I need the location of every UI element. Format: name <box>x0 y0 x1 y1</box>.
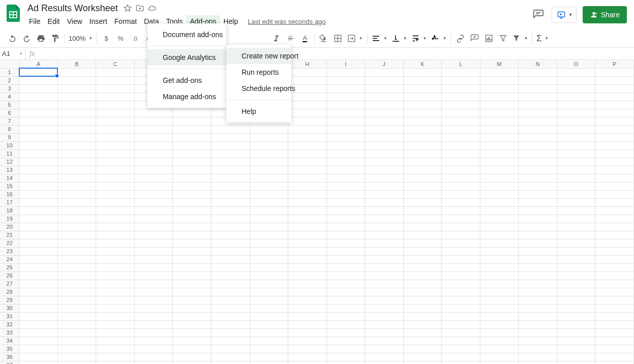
row-header-29[interactable]: 29 <box>0 296 19 304</box>
cell-L5[interactable] <box>442 101 480 109</box>
cell-B10[interactable] <box>57 141 96 149</box>
cell-C19[interactable] <box>96 215 135 223</box>
cell-O37[interactable] <box>557 361 595 364</box>
cell-M28[interactable] <box>480 288 519 296</box>
cell-N22[interactable] <box>519 239 557 247</box>
cell-N33[interactable] <box>519 328 557 337</box>
formula-input[interactable] <box>39 48 634 59</box>
cell-E36[interactable] <box>173 353 212 361</box>
cell-K22[interactable] <box>403 239 442 247</box>
cell-I3[interactable] <box>326 84 365 93</box>
cell-F26[interactable] <box>211 271 250 280</box>
cell-O1[interactable] <box>557 68 595 76</box>
cell-E6[interactable] <box>173 109 212 117</box>
cell-B8[interactable] <box>57 125 96 133</box>
cell-L22[interactable] <box>442 239 480 247</box>
cell-L2[interactable] <box>442 76 480 84</box>
cell-G37[interactable] <box>250 361 288 364</box>
cell-J30[interactable] <box>365 304 404 312</box>
cell-J14[interactable] <box>365 174 404 182</box>
cell-O23[interactable] <box>557 247 595 255</box>
cell-H11[interactable] <box>288 149 327 158</box>
cell-O20[interactable] <box>557 223 595 231</box>
cell-N37[interactable] <box>519 361 557 364</box>
cell-J21[interactable] <box>365 231 404 239</box>
cell-E18[interactable] <box>173 206 212 215</box>
cell-E31[interactable] <box>173 312 212 320</box>
text-rotation-button[interactable]: ▼ <box>429 34 448 43</box>
menu-google-analytics[interactable]: Google Analytics ▶ <box>147 49 226 66</box>
cell-M10[interactable] <box>480 141 519 149</box>
cell-P23[interactable] <box>595 247 634 255</box>
cell-O19[interactable] <box>557 215 595 223</box>
cell-I36[interactable] <box>326 353 365 361</box>
cell-C5[interactable] <box>96 101 135 109</box>
menu-file[interactable]: File <box>25 15 44 27</box>
cell-O9[interactable] <box>557 133 595 141</box>
row-header-37[interactable]: 37 <box>0 361 19 364</box>
cell-I31[interactable] <box>326 312 365 320</box>
cell-P27[interactable] <box>595 280 634 288</box>
cell-P9[interactable] <box>595 133 634 141</box>
cell-C18[interactable] <box>96 206 135 215</box>
cell-F37[interactable] <box>211 361 250 364</box>
row-header-33[interactable]: 33 <box>0 328 19 337</box>
cell-K17[interactable] <box>403 198 442 206</box>
cell-N8[interactable] <box>519 125 557 133</box>
fill-color-button[interactable] <box>317 32 331 45</box>
cell-A7[interactable] <box>19 117 58 125</box>
cell-I16[interactable] <box>326 190 365 198</box>
submenu-help[interactable]: Help <box>226 103 291 119</box>
row-header-5[interactable]: 5 <box>0 101 19 109</box>
cell-P29[interactable] <box>595 296 634 304</box>
cell-K37[interactable] <box>403 361 442 364</box>
cell-I14[interactable] <box>326 174 365 182</box>
cell-A12[interactable] <box>19 158 58 166</box>
cell-J20[interactable] <box>365 223 404 231</box>
cell-M9[interactable] <box>480 133 519 141</box>
cell-P24[interactable] <box>595 255 634 263</box>
cell-J4[interactable] <box>365 93 404 101</box>
cell-K25[interactable] <box>403 263 442 271</box>
cell-O7[interactable] <box>557 117 595 125</box>
cell-G25[interactable] <box>250 263 288 271</box>
cell-F9[interactable] <box>211 133 250 141</box>
cell-L24[interactable] <box>442 255 480 263</box>
cell-L29[interactable] <box>442 296 480 304</box>
cell-A31[interactable] <box>19 312 58 320</box>
cell-I30[interactable] <box>326 304 365 312</box>
menu-edit[interactable]: Edit <box>44 15 64 27</box>
cell-B21[interactable] <box>57 231 96 239</box>
cell-P16[interactable] <box>595 190 634 198</box>
cell-J22[interactable] <box>365 239 404 247</box>
cell-A37[interactable] <box>19 361 58 364</box>
row-header-25[interactable]: 25 <box>0 263 19 271</box>
cell-J3[interactable] <box>365 84 404 93</box>
cell-P34[interactable] <box>595 337 634 345</box>
row-header-6[interactable]: 6 <box>0 109 19 117</box>
cell-O14[interactable] <box>557 174 595 182</box>
cell-M33[interactable] <box>480 328 519 337</box>
cell-D6[interactable] <box>134 109 173 117</box>
cell-O21[interactable] <box>557 231 595 239</box>
filter-button[interactable] <box>496 32 510 45</box>
cell-I27[interactable] <box>326 280 365 288</box>
row-header-21[interactable]: 21 <box>0 231 19 239</box>
cell-M26[interactable] <box>480 271 519 280</box>
row-header-13[interactable]: 13 <box>0 166 19 174</box>
cell-N35[interactable] <box>519 345 557 353</box>
cell-C29[interactable] <box>96 296 135 304</box>
cell-A15[interactable] <box>19 182 58 190</box>
cell-F33[interactable] <box>211 328 250 337</box>
cell-E13[interactable] <box>173 166 212 174</box>
cell-P10[interactable] <box>595 141 634 149</box>
cell-M18[interactable] <box>480 206 519 215</box>
cell-P11[interactable] <box>595 149 634 158</box>
cell-B5[interactable] <box>57 101 96 109</box>
cell-J6[interactable] <box>365 109 404 117</box>
cell-K30[interactable] <box>403 304 442 312</box>
cell-H20[interactable] <box>288 223 327 231</box>
last-edit-status[interactable]: Last edit was seconds ago <box>248 18 325 25</box>
cell-L37[interactable] <box>442 361 480 364</box>
cell-A8[interactable] <box>19 125 58 133</box>
